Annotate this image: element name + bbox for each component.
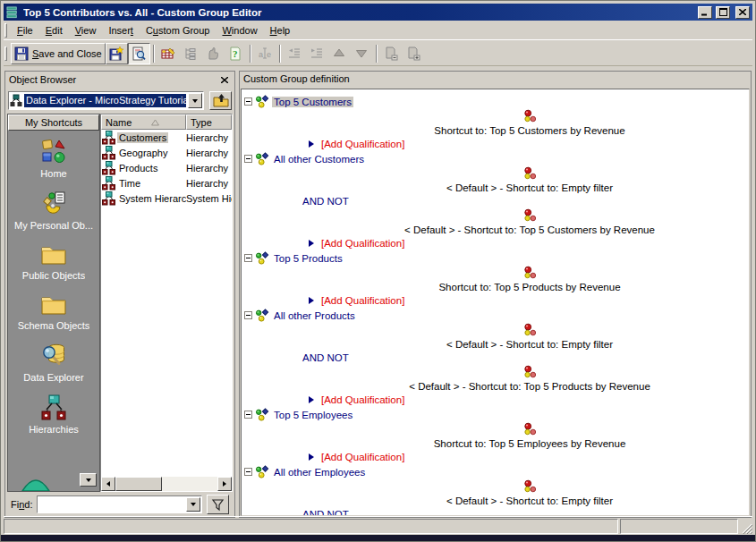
toolbar-grip[interactable] xyxy=(4,47,7,61)
scroll-right-button[interactable] xyxy=(217,477,232,491)
tree-addqual-item[interactable]: [Add Qualification] xyxy=(242,136,749,151)
custom-group-element-all-other-customers[interactable]: All other Customers xyxy=(242,151,749,166)
folder-dropdown[interactable]: Data Explorer - MicroStrategy Tutorial xyxy=(8,91,204,110)
tree-addqual-item[interactable]: [Add Qualification] xyxy=(242,392,749,407)
hierarchy-small-icon xyxy=(102,131,115,145)
list-item-name: Geography xyxy=(117,148,169,158)
sidebar-item-data-explorer[interactable]: Data Explorer xyxy=(8,343,99,383)
collapse-toggle-icon[interactable] xyxy=(244,97,252,106)
grid-icon xyxy=(161,47,175,61)
sidebar-item-label: Home xyxy=(40,168,66,179)
column-header-name[interactable]: Name xyxy=(101,114,186,130)
sidebar-item-home[interactable]: Home xyxy=(8,139,99,179)
object-browser-toggle-button[interactable] xyxy=(128,43,150,64)
blue-arrow-icon xyxy=(309,396,314,403)
menu-custom-group[interactable]: Custom Group xyxy=(140,22,217,38)
custom-group-element-top-5-employees[interactable]: Top 5 Employees xyxy=(242,407,749,422)
tree-addqual-item[interactable]: [Add Qualification] xyxy=(242,292,749,308)
tree-item-label: Shortcut to: Top 5 Customers by Revenue xyxy=(432,125,626,136)
tree-icon xyxy=(183,47,198,61)
menu-view[interactable]: View xyxy=(69,22,103,38)
scroll-left-button[interactable] xyxy=(101,477,115,491)
tree-addqual-item[interactable]: [Add Qualification] xyxy=(242,235,749,250)
menu-window[interactable]: Window xyxy=(216,22,263,38)
column-header-label: Type xyxy=(191,117,212,128)
filter-button[interactable] xyxy=(207,495,229,514)
tree-shortcut-item[interactable]: < Default > - Shortcut to: Empty filter xyxy=(242,166,749,182)
list-item-customers[interactable]: CustomersHierarchy xyxy=(101,130,232,145)
svg-text:e: e xyxy=(267,49,271,58)
up-one-level-button[interactable] xyxy=(209,91,232,110)
custom-group-header: Custom Group definition xyxy=(240,72,751,88)
object-list: NameType CustomersHierarchyGeographyHier… xyxy=(100,114,233,492)
tree-shortcut-item[interactable]: < Default > - Shortcut to: Top 5 Product… xyxy=(242,365,749,380)
menu-file[interactable]: File xyxy=(11,22,39,38)
collapse-toggle-icon[interactable] xyxy=(244,411,252,419)
save-as-button[interactable] xyxy=(106,43,128,64)
maximize-button[interactable] xyxy=(716,6,730,19)
tree-shortcut-item[interactable]: < Default > - Shortcut to: Empty filter xyxy=(242,323,749,338)
app-window: Top 5 Contributors vs. All - Custom Grou… xyxy=(0,0,756,542)
scrollbar-track[interactable] xyxy=(162,477,217,491)
tree-shortcut-item[interactable]: Shortcut to: Top 5 Customers by Revenue xyxy=(242,109,749,124)
object-browser-close-button[interactable] xyxy=(217,73,231,86)
tree-shortcut-item[interactable]: < Default > - Shortcut to: Empty filter xyxy=(242,479,749,495)
sidebar-item-schema-objects[interactable]: Schema Objects xyxy=(8,292,99,331)
hierarchy-small-icon xyxy=(102,191,115,206)
column-header-type[interactable]: Type xyxy=(186,114,232,130)
menu-insert[interactable]: Insert xyxy=(102,22,140,38)
expand-elements-button xyxy=(403,43,425,64)
collapse-toggle-icon[interactable] xyxy=(244,254,252,262)
tree-item-label: All other Employees xyxy=(272,467,367,478)
sidebar-item-hierarchies[interactable]: Hierarchies xyxy=(8,394,99,435)
tree-shortcut-item[interactable]: Shortcut to: Top 5 Products by Revenue xyxy=(242,266,749,281)
tree-item-label: Shortcut to: Top 5 Products by Revenue xyxy=(437,282,622,292)
tree-addqual-item[interactable]: [Add Qualification] xyxy=(242,449,749,464)
list-item-system-hierarchy[interactable]: System HierarchySystem Hierarchy xyxy=(101,191,232,206)
column-header-label: Name xyxy=(106,117,132,128)
hierarchy-small-icon xyxy=(102,176,115,191)
help-button[interactable]: ? xyxy=(225,43,247,64)
collapse-toggle-icon[interactable] xyxy=(244,311,252,319)
my-shortcuts-button[interactable]: My Shortcuts xyxy=(8,114,99,131)
folder-dropdown-arrow[interactable] xyxy=(188,93,202,108)
list-item-geography[interactable]: GeographyHierarchy xyxy=(101,145,232,160)
custom-group-options-button[interactable] xyxy=(157,43,180,64)
rename-button: ae xyxy=(254,43,276,64)
tree-shortcut-item[interactable]: < Default > - Shortcut to: Top 5 Custome… xyxy=(242,208,749,224)
menu-help[interactable]: Help xyxy=(264,22,297,38)
resize-grip[interactable] xyxy=(740,519,752,534)
save-and-close-button[interactable]: Save and Close xyxy=(11,43,106,64)
save-as-icon xyxy=(109,47,123,61)
close-button[interactable] xyxy=(735,6,750,19)
collapse-toggle-icon[interactable] xyxy=(244,155,252,163)
custom-group-element-all-other-products[interactable]: All other Products xyxy=(242,308,749,323)
list-item-time[interactable]: TimeHierarchy xyxy=(101,175,232,191)
find-dropdown-arrow[interactable] xyxy=(186,497,200,512)
collapse-toggle-icon[interactable] xyxy=(244,468,252,476)
custom-group-element-top-5-customers[interactable]: Top 5 Customers xyxy=(242,94,749,109)
tree-shortcut-item[interactable]: Shortcut to: Top 5 Employees by Revenue xyxy=(242,422,749,437)
list-item-name-cell: System Hierarchy xyxy=(101,191,186,206)
toolbar-items: Save and Close?ae xyxy=(11,43,425,64)
find-input[interactable] xyxy=(38,498,186,511)
object-browser-panel: Object Browser Data Explorer - MicroStra… xyxy=(4,71,235,518)
collapse-elements-button xyxy=(380,43,403,64)
sidebar-item-public-objects[interactable]: Public Objects xyxy=(8,242,99,281)
save-icon xyxy=(14,47,29,61)
toolbar-separator xyxy=(153,45,155,63)
shortcuts-scroll-down-button[interactable] xyxy=(80,473,97,487)
status-panel-2 xyxy=(620,519,738,534)
filter-balls-icon xyxy=(523,323,537,336)
search-icon-partial[interactable] xyxy=(19,474,53,491)
custom-group-element-top-5-products[interactable]: Top 5 Products xyxy=(242,250,749,266)
sidebar-item-label: Schema Objects xyxy=(18,320,90,331)
menu-bar-grip[interactable] xyxy=(4,23,7,38)
list-horizontal-scrollbar[interactable] xyxy=(101,477,232,491)
list-item-products[interactable]: ProductsHierarchy xyxy=(101,160,232,175)
minimize-button[interactable] xyxy=(698,6,712,19)
custom-group-element-all-other-employees[interactable]: All other Employees xyxy=(242,464,749,479)
scrollbar-thumb[interactable] xyxy=(115,477,162,491)
menu-edit[interactable]: Edit xyxy=(39,22,69,38)
sidebar-item-my-personal-ob[interactable]: My Personal Ob... xyxy=(8,191,99,231)
